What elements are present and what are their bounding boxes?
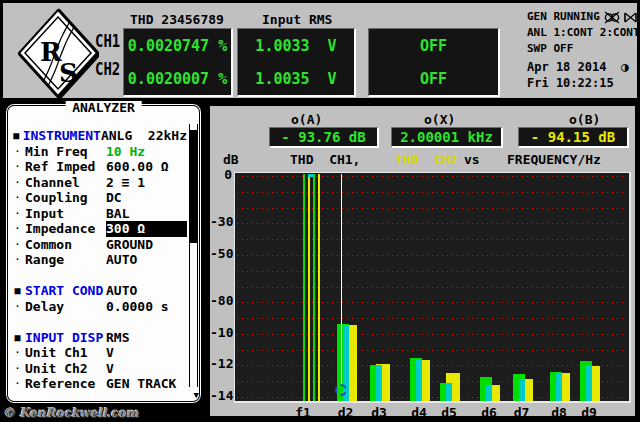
logo-letter-s: S (59, 58, 78, 88)
input-rms-ch1-value: 1.0033 V (238, 29, 354, 62)
x-tick-label-d7: d7 (507, 406, 537, 420)
analyzer-row-coupling[interactable]: ·CouplingDC (10, 190, 187, 206)
menu-item-value[interactable]: 2 ≡ 1 (106, 175, 187, 191)
analyzer-row-spacer (10, 314, 187, 330)
cursor-marker[interactable] (335, 384, 347, 396)
gridline (237, 302, 627, 303)
top-status-panel: R S CH1 CH2 THD 23456789 0.0020747 % 0.0… (3, 3, 637, 98)
output-display: OFF OFF (368, 28, 500, 97)
menu-item-label: Coupling (25, 190, 106, 206)
menu-item-label: Min Freq (25, 144, 106, 160)
menu-item-value[interactable]: AUTO (106, 252, 187, 268)
time-text: Fri 10:22:15 (527, 75, 640, 91)
output-ch1-value: OFF (369, 29, 498, 62)
menu-item-value[interactable]: BAL (106, 206, 187, 222)
chart-title-xlabel: FREQUENCY/Hz (507, 152, 601, 167)
menu-scrollbar-thumb[interactable] (190, 130, 197, 243)
analyzer-row-input[interactable]: ·InputBAL (10, 206, 187, 222)
gen-status: GEN RUNNING (527, 9, 600, 25)
analyzer-row-input-disp[interactable]: ■INPUT DISPRMS (10, 330, 187, 346)
item-bullet: · (10, 144, 25, 160)
ch1-label: CH1 (95, 31, 120, 51)
ch2-label: CH2 (95, 59, 120, 79)
half-circle-icon: ◑ (621, 59, 629, 74)
thd-ch2-value: 0.0020007 % (124, 62, 231, 95)
gridline (237, 365, 627, 366)
bar-overlap-d5 (446, 383, 452, 401)
analyzer-row-delay[interactable]: ·Delay0.0000 s (10, 299, 187, 315)
bar-overlap-d6 (486, 385, 492, 401)
x-tick-label-d8: d8 (544, 406, 574, 420)
gridline (237, 239, 627, 240)
menu-item-label: Channel (25, 175, 106, 191)
menu-item-label: Range (25, 252, 106, 268)
analyzer-row-instrument[interactable]: ■INSTRUMENTANLG 22kHz (10, 128, 187, 144)
analyzer-row-min-freq[interactable]: ·Min Freq10 Hz (10, 144, 187, 160)
chart-title-vs: vs (464, 152, 480, 167)
item-bullet: · (10, 237, 25, 253)
menu-item-label: START COND (25, 283, 106, 299)
input-rms-ch2-value: 1.0035 V (238, 62, 354, 95)
menu-item-label: INSTRUMENT (23, 128, 101, 144)
cursor-a-readout: - 93.76 dB (269, 127, 379, 148)
analyzer-row-common[interactable]: ·CommonGROUND (10, 237, 187, 253)
item-bullet: · (10, 345, 25, 361)
thd-header: THD 23456789 (130, 12, 224, 27)
analyzer-row-unit-ch2[interactable]: ·Unit Ch2V (10, 361, 187, 377)
menu-item-value[interactable]: RMS (106, 330, 187, 346)
gridline (237, 287, 627, 288)
x-tick-label-d3: d3 (364, 406, 394, 420)
plot-area (234, 172, 631, 403)
analyzer-row-channel[interactable]: ·Channel2 ≡ 1 (10, 175, 187, 191)
anl-status: ANL 1:CONT 2:CONT (527, 25, 640, 41)
input-rms-display: 1.0033 V 1.0035 V (237, 28, 356, 97)
gridline (237, 350, 627, 351)
cursor-b-label: o(B) (569, 112, 600, 127)
instrument-screen: R S CH1 CH2 THD 23456789 0.0020747 % 0.0… (0, 0, 640, 422)
menu-item-value[interactable]: 10 Hz (106, 144, 187, 160)
x-tick-label-d5: d5 (434, 406, 464, 420)
muted-bell-icon (623, 11, 638, 24)
x-tick-label-d2: d2 (331, 406, 361, 420)
item-bullet: · (10, 206, 25, 222)
analyzer-rows: ■INSTRUMENTANLG 22kHz·Min Freq10 Hz·Ref … (10, 128, 187, 392)
gridline (237, 176, 627, 177)
thd-display: 0.0020747 % 0.0020007 % (123, 28, 233, 97)
gridline (237, 334, 627, 335)
cursor-line[interactable] (341, 174, 342, 386)
scroll-down-arrow[interactable]: ▼ (194, 390, 199, 400)
menu-item-value[interactable]: V (106, 361, 187, 377)
menu-item-value[interactable]: ANLG 22kHz (101, 128, 187, 144)
cursor-b-readout: - 94.15 dB (518, 127, 629, 148)
bar-overlap-d8 (556, 373, 562, 401)
analyzer-row-reference[interactable]: ·ReferenceGEN TRACK (10, 376, 187, 392)
menu-item-label: Reference (25, 376, 106, 392)
x-tick-label-d4: d4 (404, 406, 434, 420)
menu-item-value[interactable]: AUTO (106, 283, 187, 299)
menu-item-label: Input (25, 206, 106, 222)
analyzer-row-ref-imped[interactable]: ·Ref Imped600.00 Ω (10, 159, 187, 175)
menu-item-label: Common (25, 237, 106, 253)
analyzer-row-spacer (10, 268, 187, 284)
menu-item-value[interactable]: 600.00 Ω (106, 159, 187, 175)
bar-ch2-f1 (308, 174, 310, 401)
menu-item-value[interactable]: 0.0000 s (106, 299, 187, 315)
status-block: GEN RUNNING ANL 1:CONT 2:CONT SWP OFF Ap… (527, 9, 640, 91)
analyzer-row-start-cond[interactable]: ■START CONDAUTO (10, 283, 187, 299)
section-bullet: ■ (10, 128, 23, 144)
menu-item-value[interactable]: DC (106, 190, 187, 206)
menu-item-value[interactable]: GEN TRACK (106, 376, 187, 392)
menu-item-value[interactable]: 300 Ω (106, 221, 187, 237)
menu-item-value[interactable]: V (106, 345, 187, 361)
menu-item-value[interactable]: GROUND (106, 237, 187, 253)
y-tick-label: -80 (210, 294, 232, 308)
analyzer-row-impedance[interactable]: ·Impedance300 Ω (10, 221, 187, 237)
menu-scrollbar[interactable] (189, 124, 198, 387)
menu-item-label: INPUT DISP (25, 330, 106, 346)
analyzer-row-range[interactable]: ·RangeAUTO (10, 252, 187, 268)
analyzer-row-unit-ch1[interactable]: ·Unit Ch1V (10, 345, 187, 361)
y-tick-label: -140 (210, 389, 232, 403)
y-tick-label: -120 (210, 357, 232, 371)
bar-ch2-f1 (318, 174, 320, 401)
y-tick-label: -100 (210, 326, 232, 340)
